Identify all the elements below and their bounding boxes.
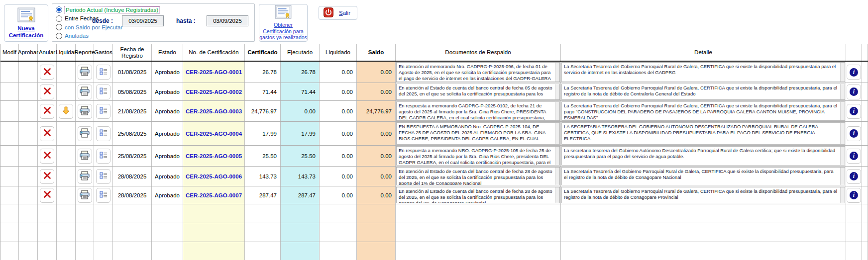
cell-saldo: 24,776.97 xyxy=(357,101,396,121)
empty-table-row xyxy=(0,242,868,260)
salir-button[interactable]: Salir xyxy=(319,6,357,20)
detalle-textbox[interactable]: La Secretaria Tesorera del Gobierno Parr… xyxy=(561,101,845,121)
info-button[interactable]: i xyxy=(847,85,861,99)
documentos-textbox[interactable]: En atención al memorando Nro. GADPRG-P-2… xyxy=(396,62,560,82)
col-header-aprobar: Aprobar xyxy=(19,44,38,61)
scrollbar[interactable] xyxy=(840,102,845,120)
info-button[interactable]: i xyxy=(847,65,861,80)
gastos-button[interactable] xyxy=(96,149,110,164)
scrollbar[interactable] xyxy=(840,84,845,99)
anular-button[interactable] xyxy=(40,65,54,80)
col-header-estado: Estado xyxy=(152,44,183,61)
detalle-textbox[interactable]: La Secretaria Tesorera del Gobierno Parr… xyxy=(561,84,845,100)
liquidar-button[interactable] xyxy=(59,104,73,119)
reporte-button[interactable] xyxy=(78,149,92,164)
filter-option-3[interactable]: Anuladas xyxy=(56,32,159,41)
gastos-button[interactable] xyxy=(96,65,110,80)
gastos-button[interactable] xyxy=(96,188,110,203)
info-button[interactable]: i xyxy=(847,188,861,203)
detalle-textbox[interactable]: La Secretaria Tesorera del Gobierno Parr… xyxy=(561,187,845,203)
cell-no-certificacion: CER-2025-AGO-0006 xyxy=(183,167,245,186)
gastos-button[interactable] xyxy=(96,126,110,141)
certification-number-link[interactable]: CER-2025-AGO-0004 xyxy=(186,131,242,137)
certification-number-link[interactable]: CER-2025-AGO-0002 xyxy=(186,89,242,95)
cell-spacer xyxy=(862,146,868,166)
anular-button[interactable] xyxy=(40,85,54,99)
anular-button[interactable] xyxy=(40,104,54,119)
cell-documentos-respaldo: EN RESPUESTA A MEMORANDO Nro. GADPRG-P-2… xyxy=(396,122,561,145)
detalle-textbox[interactable]: La Secretaria Tesorera del Gobierno Parr… xyxy=(561,62,845,82)
gastos-button[interactable] xyxy=(96,104,110,119)
scrollbar[interactable] xyxy=(840,63,845,82)
cell-detalle: La secretaria tesorera del Gobierno Autó… xyxy=(561,146,846,166)
cell-estado: Aprobado xyxy=(152,62,183,83)
col-header-ejecutado: Ejecutado xyxy=(281,44,320,61)
reporte-button[interactable] xyxy=(78,104,92,119)
printer-icon xyxy=(79,171,90,182)
documentos-textbox[interactable]: En respuesta a memorando NRO. GADPRG-P-2… xyxy=(396,146,560,166)
reporte-button[interactable] xyxy=(78,85,92,99)
desde-date-input[interactable]: 03/09/2025 xyxy=(122,15,164,26)
reporte-button[interactable] xyxy=(78,65,92,80)
scrollbar[interactable] xyxy=(555,168,559,185)
cell-ejecutado: 287.47 xyxy=(281,186,320,204)
documentos-textbox[interactable]: EN RESPUESTA A MEMORANDO Nro. GADPRG-P-2… xyxy=(396,122,560,145)
scrollbar[interactable] xyxy=(840,123,845,144)
red-x-icon xyxy=(43,172,51,181)
reporte-button[interactable] xyxy=(78,169,92,184)
obtener-certificacion-button[interactable]: Obtener Certificación para gastos ya rea… xyxy=(259,4,308,42)
anular-button[interactable] xyxy=(40,188,54,203)
certification-number-link[interactable]: CER-2025-AGO-0005 xyxy=(186,153,242,159)
certification-number-link[interactable]: CER-2025-AGO-0003 xyxy=(186,108,242,114)
cell-detalle: LA SECRETARIA TESORERA DEL GOBIERNO AUTO… xyxy=(561,122,846,145)
documentos-textbox[interactable]: En respuesta a memorando GADPRG-P-2025-0… xyxy=(396,101,560,121)
scrollbar[interactable] xyxy=(555,102,559,120)
gastos-button[interactable] xyxy=(96,85,110,99)
cell-liquidar xyxy=(57,122,76,145)
detalle-textbox[interactable]: La secretaria tesorera del Gobierno Autó… xyxy=(561,146,845,166)
scrollbar[interactable] xyxy=(555,123,559,144)
scrollbar[interactable] xyxy=(840,168,845,185)
scrollbar[interactable] xyxy=(840,187,845,203)
cell-spacer xyxy=(862,122,868,145)
filter-option-label: Anuladas xyxy=(65,33,89,39)
certification-number-link[interactable]: CER-2025-AGO-0006 xyxy=(186,173,242,179)
table-header-row: Modif Aprobar Anular Liquidar Reporte Ga… xyxy=(0,44,868,62)
info-button[interactable]: i xyxy=(847,104,861,119)
certification-number-link[interactable]: CER-2025-AGO-0001 xyxy=(186,69,242,75)
scrollbar[interactable] xyxy=(840,147,845,165)
detalle-textbox[interactable]: LA SECRETARIA TESORERA DEL GOBIERNO AUTO… xyxy=(561,122,845,145)
certification-number-link[interactable]: CER-2025-AGO-0007 xyxy=(186,192,242,198)
cell-estado: Aprobado xyxy=(152,101,183,121)
cell-ejecutado: 0.00 xyxy=(281,101,320,121)
cell-reporte xyxy=(76,122,94,145)
detalle-textbox[interactable]: La Secretaria Tesorería del Gobierno Par… xyxy=(561,167,845,185)
anular-button[interactable] xyxy=(40,169,54,184)
documentos-textbox[interactable]: En atención al Estado de cuenta del banc… xyxy=(396,187,560,203)
cell-saldo: 0.00 xyxy=(357,167,396,186)
anular-button[interactable] xyxy=(40,126,54,141)
info-button[interactable]: i xyxy=(847,169,861,184)
anular-button[interactable] xyxy=(40,149,54,164)
gastos-button[interactable] xyxy=(96,169,110,184)
info-circle-icon: i xyxy=(850,107,858,115)
scrollbar[interactable] xyxy=(555,147,559,165)
cell-estado: Aprobado xyxy=(152,167,183,186)
info-button[interactable]: i xyxy=(847,126,861,141)
reporte-button[interactable] xyxy=(78,126,92,141)
nueva-certificacion-button[interactable]: Nueva Certificación xyxy=(4,4,48,42)
documentos-textbox[interactable]: En atención al Estado de cuenta del banc… xyxy=(396,84,560,100)
scrollbar[interactable] xyxy=(555,84,559,99)
documentos-textbox[interactable]: En atención al Estado de cuenta del banc… xyxy=(396,167,560,185)
scrollbar[interactable] xyxy=(555,63,559,82)
cell-info: i xyxy=(846,83,862,100)
filter-option-label: Periodo Actual (Incluye Registradas) xyxy=(65,7,159,13)
table-row: 25/08/2025 Aprobado CER-2025-AGO-0004 17… xyxy=(0,122,868,146)
hasta-date-input[interactable]: 03/09/2025 xyxy=(207,15,248,26)
reporte-button[interactable] xyxy=(78,188,92,203)
filter-option-0[interactable]: Periodo Actual (Incluye Registradas) xyxy=(56,5,159,14)
col-header-liquidado: Liquidado xyxy=(320,44,357,61)
info-button[interactable]: i xyxy=(847,149,861,164)
scrollbar[interactable] xyxy=(555,187,559,203)
col-header-modif: Modif xyxy=(0,44,19,61)
